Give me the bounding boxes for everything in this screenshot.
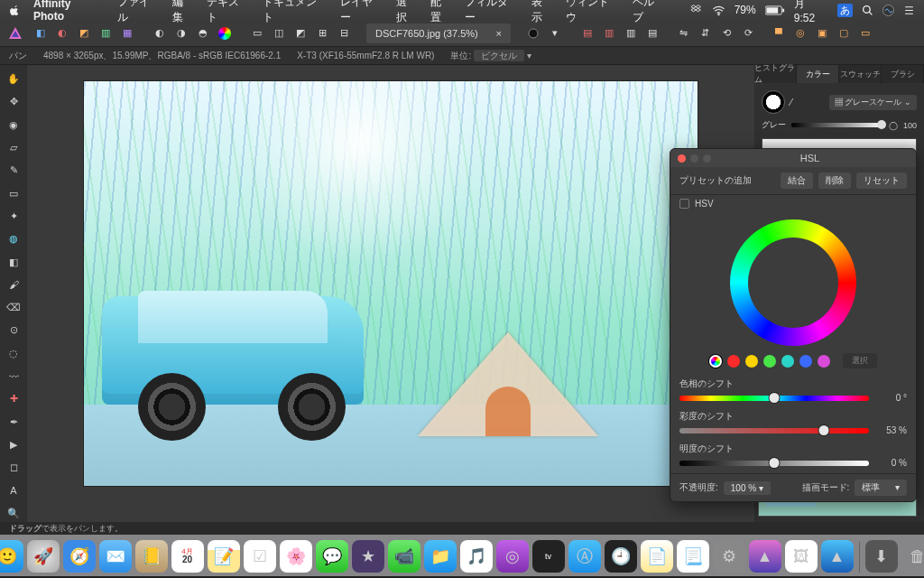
smudge-icon[interactable]: 〰	[5, 368, 23, 385]
rotate-cw-icon[interactable]: ⟳	[738, 23, 758, 43]
node-icon[interactable]: ▶	[5, 436, 23, 453]
dock-notes-icon[interactable]: 📝	[208, 540, 240, 573]
wifi-icon[interactable]	[712, 5, 725, 15]
to-back-icon[interactable]: ▤	[642, 23, 662, 43]
persona-liquify-icon[interactable]: ◐	[52, 23, 72, 43]
window-close-icon[interactable]	[678, 154, 686, 163]
dock-messages-icon[interactable]: 💬	[316, 540, 348, 573]
dock-finder-icon[interactable]: 🙂	[0, 540, 23, 573]
targetlayer-icon[interactable]: ◎	[790, 23, 810, 43]
lum-value[interactable]: 0 %	[876, 458, 907, 468]
flip-v-icon[interactable]: ⇵	[695, 23, 715, 43]
dock-files-icon[interactable]: 📁	[424, 540, 457, 573]
active-app-name[interactable]: Affinity Photo	[33, 0, 105, 23]
reset-button[interactable]: リセット	[856, 172, 907, 189]
autolevels-icon[interactable]: ◐	[150, 23, 170, 43]
marquee-icon[interactable]: ▭	[5, 184, 23, 201]
color-picker-icon[interactable]: ◉	[5, 117, 23, 134]
dock-reminders-icon[interactable]: ☑︎	[244, 540, 276, 573]
menu-edit[interactable]: 編集	[172, 0, 194, 25]
flood-select-icon[interactable]: ✦	[5, 208, 23, 225]
dock-downloads-icon[interactable]: ⬇︎	[865, 540, 898, 573]
persona-develop-icon[interactable]: ◩	[74, 23, 94, 43]
menu-file[interactable]: ファイル	[117, 0, 161, 25]
delete-button[interactable]: 削除	[818, 172, 851, 189]
siri-icon[interactable]	[882, 5, 894, 16]
hue-slider[interactable]	[679, 396, 869, 401]
move-tool-icon[interactable]: ✥	[5, 93, 23, 110]
merge-button[interactable]: 結合	[781, 172, 813, 189]
blend-mode-select[interactable]: 標準 ▾	[855, 480, 907, 496]
forward-icon[interactable]: ▥	[599, 23, 619, 43]
healing-icon[interactable]: ✚	[5, 390, 23, 407]
paint-brush-icon[interactable]: 🖌	[5, 276, 23, 294]
dock-appstore-icon[interactable]: Ⓐ	[568, 540, 601, 573]
persona-photo-icon[interactable]: ◧	[31, 23, 51, 43]
dock-imovie-icon[interactable]: ★	[352, 540, 384, 573]
hsv-checkbox[interactable]	[679, 199, 689, 209]
flood-fill-icon[interactable]: ◍	[5, 230, 23, 247]
clock[interactable]: 月 9:52	[794, 0, 828, 24]
to-front-icon[interactable]: ▤	[578, 23, 597, 43]
spotlight-icon[interactable]	[862, 5, 873, 16]
dock-photos-icon[interactable]: 🌸	[280, 540, 312, 573]
menu-layer[interactable]: レイヤー	[340, 0, 383, 25]
persona-export-icon[interactable]: ▦	[117, 23, 137, 43]
backward-icon[interactable]: ▥	[621, 23, 641, 43]
pick-green[interactable]	[763, 355, 776, 368]
lock-icon[interactable]: ▣	[812, 23, 832, 43]
menu-text[interactable]: テキスト	[207, 0, 250, 25]
dropbox-icon[interactable]	[690, 4, 703, 16]
dock-launchpad-icon[interactable]: 🚀	[27, 540, 60, 573]
snap-icon[interactable]: ⊟	[334, 23, 354, 43]
dock-preview-icon[interactable]: 🖼	[785, 540, 818, 573]
menu-arrange[interactable]: 配置	[430, 0, 452, 25]
pick-cyan[interactable]	[781, 355, 794, 368]
dock-safari-icon[interactable]: 🧭	[63, 540, 96, 573]
dock-clock-icon[interactable]: 🕘	[605, 540, 637, 573]
dock-itunes-icon[interactable]: 🎵	[460, 540, 493, 573]
persona-tone-icon[interactable]: ▥	[96, 23, 116, 43]
menu-filters[interactable]: フィルター	[465, 0, 519, 25]
crop-tool-icon[interactable]: ▱	[5, 139, 23, 156]
notifications-icon[interactable]	[903, 5, 915, 16]
selection-mode-icon[interactable]: ▭	[247, 23, 267, 43]
preset-add-label[interactable]: プリセットの追加	[679, 174, 752, 187]
refine-icon[interactable]: ◩	[291, 23, 310, 43]
pick-red[interactable]	[727, 355, 740, 368]
menu-window[interactable]: ウィンドウ	[566, 0, 620, 25]
selection-brush-icon[interactable]: ✎	[5, 162, 23, 179]
zoom-icon[interactable]: 🔍	[5, 505, 23, 522]
color-mode-select[interactable]: ▦ グレースケール ⌄	[829, 95, 917, 110]
align-top-icon[interactable]: ▀	[769, 23, 789, 43]
dock-trash-icon[interactable]: 🗑	[901, 540, 925, 573]
pick-select-button[interactable]: 選択	[843, 353, 877, 368]
menu-document[interactable]: ドキュメント	[263, 0, 328, 25]
canvas-viewport[interactable]	[27, 65, 754, 522]
dock-stickies-icon[interactable]: 📄	[641, 540, 673, 573]
tab-histogram[interactable]: ヒストグラム	[754, 65, 797, 83]
autocontrast-icon[interactable]: ◑	[171, 23, 191, 43]
apple-logo-icon[interactable]	[9, 5, 21, 16]
dock-calendar-icon[interactable]: 4月20	[171, 540, 204, 573]
pick-magenta[interactable]	[818, 355, 830, 368]
stock-icon[interactable]: ▭	[855, 23, 875, 43]
dock-podcasts-icon[interactable]: ◎	[496, 540, 529, 573]
showgrid-icon[interactable]: ⊞	[312, 23, 332, 43]
input-method-icon[interactable]: あ	[837, 4, 853, 17]
dock-textedit-icon[interactable]: 📃	[677, 540, 709, 573]
pick-yellow[interactable]	[745, 355, 758, 368]
autowb-icon[interactable]	[215, 23, 235, 43]
hue-value[interactable]: 0 °	[876, 393, 907, 403]
opacity-value[interactable]: 100 % ▾	[724, 481, 771, 495]
clone-icon[interactable]: ⊙	[5, 322, 23, 339]
units-select[interactable]: ピクセル	[474, 50, 524, 61]
hsl-titlebar[interactable]: HSL	[670, 149, 916, 167]
sat-value[interactable]: 53 %	[876, 425, 907, 435]
battery-icon[interactable]	[765, 5, 785, 15]
gradient-icon[interactable]: ◧	[5, 253, 23, 270]
window-min-icon[interactable]	[690, 154, 698, 163]
text-icon[interactable]: A	[5, 481, 23, 499]
pen-icon[interactable]: ✒	[5, 413, 23, 430]
flip-h-icon[interactable]: ⇋	[673, 23, 693, 43]
